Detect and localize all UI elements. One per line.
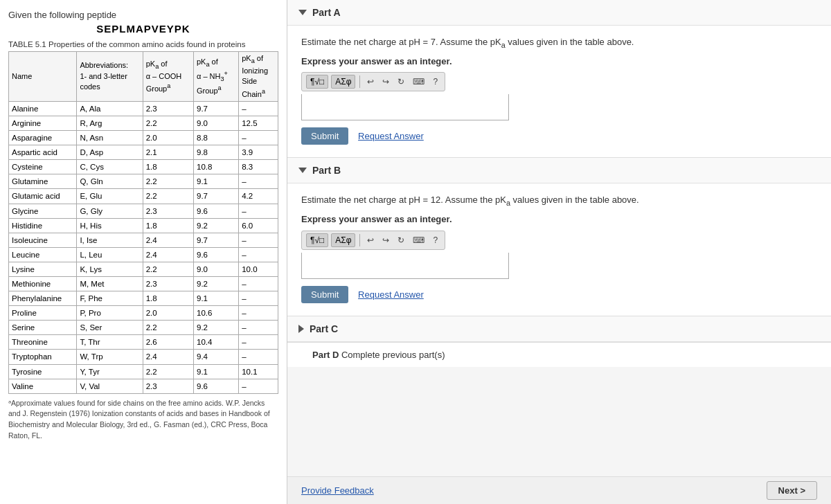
table-row: HistidineH, His1.89.26.0 [9,218,278,233]
part-c-header[interactable]: Part C [287,316,831,342]
part-a-body: Estimate the net charge at pH = 7. Assum… [287,26,831,157]
part-b-label: Part B [312,165,341,176]
table-row: ProlineP, Pro2.010.6– [9,306,278,321]
part-b-actions: Submit Request Answer [301,286,817,303]
part-b-refresh-icon[interactable]: ↻ [395,234,407,246]
table-row: LeucineL, Leu2.49.6– [9,247,278,262]
part-a-instruction: Estimate the net charge at pH = 7. Assum… [301,35,817,51]
part-c-toggle-icon [298,325,304,333]
part-b-body: Estimate the net charge at pH = 12. Assu… [287,183,831,315]
part-a-toolbar: ¶√□ ΑΣφ ↩ ↪ ↻ ⌨ ? [301,72,445,91]
part-b-toggle-icon [298,168,307,173]
next-button[interactable]: Next > [767,481,817,500]
table-row: ArginineR, Arg2.29.012.5 [9,116,278,130]
table-row: PhenylalanineF, Phe1.89.1– [9,291,278,306]
part-a-keyboard-icon[interactable]: ⌨ [410,75,427,88]
part-b-header[interactable]: Part B [287,158,831,183]
part-a-toggle-icon [298,10,307,15]
col-pka-cooh: pKa ofα – COOHGroupa [143,52,193,102]
part-d-body: Part D Complete previous part(s) [287,343,831,367]
part-b-keyboard-icon[interactable]: ⌨ [410,234,427,246]
part-d-section: Part D Complete previous part(s) [287,343,831,367]
part-b-instruction: Estimate the net charge at pH = 12. Assu… [301,193,817,208]
part-b-request-button[interactable]: Request Answer [358,289,424,300]
table-row: LysineK, Lys2.29.010.0 [9,262,278,276]
table-row: CysteineC, Cys1.810.88.3 [9,160,278,174]
table-row: MethionineM, Met2.39.2– [9,276,278,291]
part-c-section: Part C [287,316,831,343]
right-panel: Part A Estimate the net charge at pH = 7… [287,0,831,504]
table-row: GlycineG, Gly2.39.6– [9,204,278,218]
part-c-label: Part C [310,323,338,334]
col-pka-nh3: pKa ofα – NH3+Groupa [194,52,239,102]
table-row: AsparagineN, Asn2.08.8– [9,131,278,145]
part-b-toolbar-btn2[interactable]: ΑΣφ [331,233,355,247]
table-row: AlanineA, Ala2.39.7– [9,101,278,116]
table-row: TyrosineY, Tyr2.29.110.1 [9,364,278,379]
part-b-help-icon[interactable]: ? [430,234,440,246]
table-row: ValineV, Val2.39.6– [9,379,278,393]
part-b-submit-button[interactable]: Submit [301,286,348,303]
table-row: ThreonineT, Thr2.610.4– [9,335,278,350]
col-name: Name [9,52,77,102]
part-b-sub-instruction: Express your answer as an integer. [301,213,817,226]
part-a-refresh-icon[interactable]: ↻ [395,75,407,88]
table-row: Aspartic acidD, Asp2.19.83.9 [9,145,278,160]
table-row: TryptophanW, Trp2.49.4– [9,350,278,364]
col-pka-chain: pKa ofIonizingSideChaina [239,52,278,102]
part-b-answer-input[interactable] [301,253,509,279]
part-a-actions: Submit Request Answer [301,127,817,145]
table-caption: TABLE 5.1 Properties of the common amino… [8,40,278,48]
table-row: IsoleucineI, Ise2.49.7– [9,233,278,247]
left-panel: Given the following peptide SEPLMAPVEYPK… [0,0,287,504]
part-b-section: Part B Estimate the net charge at pH = 1… [287,158,831,316]
table-footnote: ᵃApproximate values found for side chain… [8,398,278,442]
part-b-undo-icon[interactable]: ↩ [364,234,377,246]
part-b-redo-icon[interactable]: ↪ [379,234,392,246]
toolbar-sep2 [359,234,360,246]
part-b-toolbar: ¶√□ ΑΣφ ↩ ↪ ↻ ⌨ ? [301,231,445,250]
part-d-label: Part D [312,350,339,360]
part-a-undo-icon[interactable]: ↩ [364,75,377,88]
table-row: SerineS, Ser2.29.2– [9,321,278,335]
part-a-sub-instruction: Express your answer as an integer. [301,55,817,69]
bottom-bar: Provide Feedback Next > [287,476,831,504]
amino-acid-table: Name Abbreviations:1- and 3-lettercodes … [8,51,278,394]
intro-text: Given the following peptide [8,10,278,20]
part-a-submit-button[interactable]: Submit [301,127,348,145]
part-d-text: Complete previous part(s) [341,350,445,360]
part-a-redo-icon[interactable]: ↪ [379,75,392,88]
part-a-answer-input[interactable] [301,94,509,120]
table-row: GlutamineQ, Gln2.29.1– [9,174,278,189]
part-a-request-button[interactable]: Request Answer [358,131,424,141]
part-a-help-icon[interactable]: ? [430,75,440,88]
table-row: Glutamic acidE, Glu2.29.74.2 [9,189,278,204]
part-b-toolbar-btn1[interactable]: ¶√□ [306,233,328,247]
provide-feedback-button[interactable]: Provide Feedback [301,485,374,496]
part-a-label: Part A [312,7,341,18]
part-a-toolbar-btn1[interactable]: ¶√□ [306,75,328,89]
part-a-toolbar-btn2[interactable]: ΑΣφ [331,75,355,89]
col-abbrev: Abbreviations:1- and 3-lettercodes [77,52,143,102]
peptide-sequence: SEPLMAPVEYPK [8,23,278,35]
toolbar-sep1 [359,75,360,88]
part-a-header[interactable]: Part A [287,0,831,26]
part-a-section: Part A Estimate the net charge at pH = 7… [287,0,831,158]
